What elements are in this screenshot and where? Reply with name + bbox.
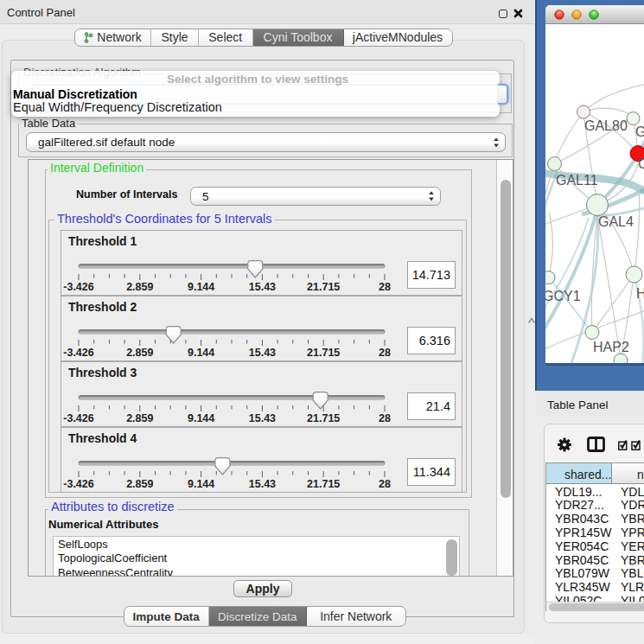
svg-text:GAL80: GAL80 [584,118,628,133]
svg-text:2.859: 2.859 [126,347,153,359]
svg-text:GCY1: GCY1 [545,289,581,303]
svg-text:28: 28 [379,412,391,424]
svg-text:9.144: 9.144 [188,478,214,490]
svg-text:15.43: 15.43 [249,412,276,424]
svg-text:28: 28 [379,281,391,293]
svg-text:21.715: 21.715 [307,478,340,490]
svg-text:GAL11: GAL11 [556,173,598,188]
svg-text:21.715: 21.715 [307,347,340,359]
svg-text:C: C [638,156,644,171]
svg-text:28: 28 [379,347,391,359]
svg-text:9.144: 9.144 [188,412,214,424]
svg-text:21.715: 21.715 [307,412,340,424]
svg-text:-3.426: -3.426 [63,478,93,490]
svg-text:15.43: 15.43 [249,281,276,293]
svg-text:-3.426: -3.426 [63,412,93,424]
svg-text:2.859: 2.859 [126,281,153,293]
svg-text:-3.426: -3.426 [63,347,93,359]
svg-text:15.43: 15.43 [249,347,276,359]
svg-text:H: H [636,286,644,301]
svg-text:2.859: 2.859 [126,478,153,490]
svg-text:9.144: 9.144 [188,281,214,293]
svg-text:15.43: 15.43 [249,478,276,490]
svg-text:GA: GA [635,124,644,139]
svg-text:28: 28 [379,478,391,490]
svg-text:-3.426: -3.426 [63,281,93,293]
svg-text:HAP2: HAP2 [593,340,629,354]
svg-text:2.859: 2.859 [126,412,153,424]
svg-text:9.144: 9.144 [188,347,214,359]
svg-text:21.715: 21.715 [307,281,340,293]
svg-text:GAL4: GAL4 [598,214,634,229]
